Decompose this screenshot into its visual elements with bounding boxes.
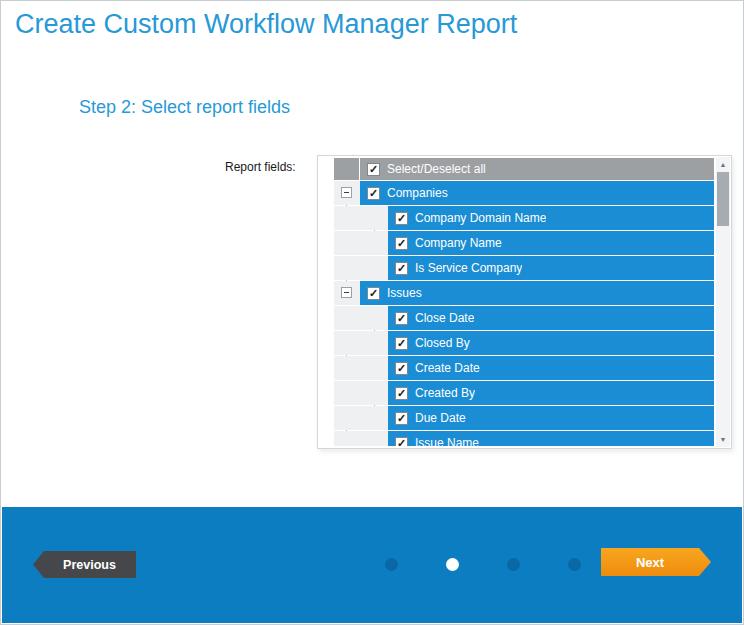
tree-gutter [334,331,388,355]
select-all-checkbox-checked-icon[interactable] [367,163,380,176]
checkbox-checked-icon[interactable] [395,262,408,275]
tree-row-label: Created By [415,386,475,400]
tree-gutter [334,281,360,305]
tree-row-label: Company Name [415,236,502,250]
step-dot [385,558,398,571]
tree-row-label: Issue Name [415,436,479,446]
tree-row-cell[interactable]: Issues [360,281,714,305]
tree-row-cell[interactable]: Due Date [388,406,714,430]
tree-gutter [334,431,388,446]
collapse-minus-icon[interactable] [341,187,352,198]
next-button-label: Next [636,555,664,570]
checkbox-checked-icon[interactable] [395,212,408,225]
checkbox-checked-icon[interactable] [395,362,408,375]
checkbox-checked-icon[interactable] [367,287,380,300]
tree-row-cell[interactable]: Company Domain Name [388,206,714,230]
tree-row-label: Company Domain Name [415,211,546,225]
tree-row-cell[interactable]: Closed By [388,331,714,355]
tree-row-cell[interactable]: Created By [388,381,714,405]
previous-button-label: Previous [63,558,116,572]
collapse-minus-icon[interactable] [341,287,352,298]
tree-row-label: Create Date [415,361,480,375]
tree-row-cell[interactable]: Company Name [388,231,714,255]
tree-row-group-issues[interactable]: Issues [334,281,714,305]
checkbox-checked-icon[interactable] [395,412,408,425]
tree-row-field[interactable]: Issue Name [334,431,714,446]
wizard-footer: Previous Next [2,507,742,623]
tree-row-field[interactable]: Created By [334,381,714,405]
tree-gutter [334,306,388,330]
next-button[interactable]: Next [601,548,711,576]
scroll-down-icon[interactable]: ▼ [716,432,730,447]
tree-row-field[interactable]: Is Service Company [334,256,714,280]
page-title: Create Custom Workflow Manager Report [15,9,517,40]
previous-button[interactable]: Previous [33,551,136,578]
header-gutter [334,158,359,180]
tree-row-label: Closed By [415,336,470,350]
tree-row-field[interactable]: Create Date [334,356,714,380]
tree-row-label: Issues [387,286,422,300]
tree-gutter [334,406,388,430]
scrollbar-thumb[interactable] [717,172,729,226]
tree-gutter [334,206,388,230]
select-all-label: Select/Deselect all [387,162,486,176]
tree-row-label: Due Date [415,411,466,425]
checkbox-checked-icon[interactable] [395,387,408,400]
tree-row-label: Is Service Company [415,261,522,275]
tree-row-field[interactable]: Company Name [334,231,714,255]
checkbox-checked-icon[interactable] [367,187,380,200]
checkbox-checked-icon[interactable] [395,437,408,447]
report-fields-tree: Select/Deselect all Companies Company Do… [317,155,732,449]
tree-row-field[interactable]: Company Domain Name [334,206,714,230]
tree-row-cell[interactable]: Issue Name [388,431,714,446]
step-dot [507,558,520,571]
tree-content: Select/Deselect all Companies Company Do… [334,158,714,446]
scroll-up-icon[interactable]: ▲ [716,157,730,172]
tree-gutter [334,231,388,255]
tree-row-field[interactable]: Due Date [334,406,714,430]
vertical-scrollbar[interactable]: ▲ ▼ [716,157,730,447]
tree-row-group-companies[interactable]: Companies [334,181,714,205]
select-all-row[interactable]: Select/Deselect all [334,158,714,180]
tree-row-cell[interactable]: Close Date [388,306,714,330]
step-dot [568,558,581,571]
tree-row-label: Close Date [415,311,474,325]
tree-gutter [334,256,388,280]
tree-row-cell[interactable]: Companies [360,181,714,205]
checkbox-checked-icon[interactable] [395,337,408,350]
step-title: Step 2: Select report fields [79,97,290,118]
step-indicator [385,558,581,571]
tree-gutter [334,181,360,205]
wizard-window: Create Custom Workflow Manager Report St… [0,0,744,625]
tree-row-field[interactable]: Close Date [334,306,714,330]
tree-row-field[interactable]: Closed By [334,331,714,355]
step-dot-active [446,558,459,571]
select-all-cell[interactable]: Select/Deselect all [360,158,714,180]
tree-row-label: Companies [387,186,448,200]
checkbox-checked-icon[interactable] [395,237,408,250]
tree-gutter [334,356,388,380]
tree-row-cell[interactable]: Create Date [388,356,714,380]
report-fields-label: Report fields: [225,160,296,174]
tree-row-cell[interactable]: Is Service Company [388,256,714,280]
tree-gutter [334,381,388,405]
checkbox-checked-icon[interactable] [395,312,408,325]
